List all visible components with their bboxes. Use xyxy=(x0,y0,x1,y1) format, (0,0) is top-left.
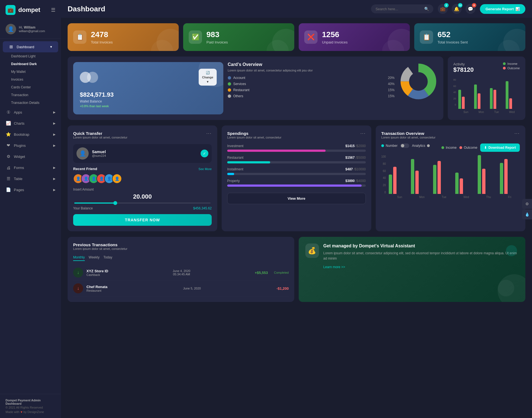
friend-avatars: 👤 👤 👤 👤 👤 👤 xyxy=(73,174,212,184)
tab-weekly[interactable]: Weekly xyxy=(89,255,99,261)
notification-badge: 12 xyxy=(458,3,462,7)
sidebar-user: 👤 Hi, William william@gmail.com xyxy=(0,20,61,39)
sub-item-invoices[interactable]: Invoices xyxy=(11,76,61,83)
sidebar-item-charts[interactable]: 📈 Charts ▶ xyxy=(0,118,61,129)
sub-item-dashboard-light[interactable]: Dashboard Light xyxy=(11,52,61,60)
dots-menu-icon[interactable]: ··· xyxy=(360,131,366,136)
briefcase-button[interactable]: 💼 2 xyxy=(438,4,448,14)
sub-item-transaction-details[interactable]: Transaction Details xyxy=(11,99,61,107)
balance-row: Your Balance $456,345.62 xyxy=(73,206,212,210)
wallet-label: Wallet Balance xyxy=(80,99,217,103)
transaction-overview-panel: Transaction Overview Lorem ipsum dolor s… xyxy=(376,125,525,231)
wallet-cards-row: 🔄 Change ▼ $824,571.93 Wallet Balance +0… xyxy=(73,62,438,114)
view-more-button[interactable]: View More xyxy=(227,193,366,204)
sub-item-dashboard-dark[interactable]: Dashboard Dark xyxy=(11,60,61,68)
legend-pct-account: 20% xyxy=(388,76,395,80)
search-box[interactable]: 🔍 xyxy=(371,4,433,13)
sub-item-cards-center[interactable]: Cards Center xyxy=(11,83,61,91)
briefcase-badge: 2 xyxy=(444,3,449,7)
sidebar-item-apps[interactable]: ① Apps ▶ xyxy=(0,107,61,118)
tab-monthly[interactable]: Monthly xyxy=(73,255,85,261)
tx-date-xyz: June 4, 2020 05:34:45 AM xyxy=(112,269,252,276)
spendings-title: Spendings xyxy=(227,131,282,136)
outcome-label: Outcome xyxy=(507,66,520,70)
tx-time-value: 05:34:45 AM xyxy=(112,273,252,276)
unpaid-invoices-label: Unpaid Invoices xyxy=(322,40,348,44)
installment-fill xyxy=(227,173,234,175)
logo-icon: 💼 xyxy=(6,5,16,15)
spending-investment: Investment $1415 /$2000 xyxy=(227,144,366,152)
sidebar-item-bootstrap[interactable]: ⭐ Bootstrap ▶ xyxy=(0,129,61,140)
sidebar-item-dashboard[interactable]: ⊞ Dashboard ▼ xyxy=(3,41,58,52)
tx-bar-fri-outcome xyxy=(504,159,508,194)
tx-header: Transaction Overview Lorem ipsum dolor s… xyxy=(381,131,520,142)
dashboard-icon: ⊞ xyxy=(8,44,14,50)
see-more-link[interactable]: See More xyxy=(198,167,212,171)
activity-title: Activity xyxy=(453,62,474,66)
sidebar-item-table[interactable]: ☰ Table ▶ xyxy=(0,173,61,184)
bar-mon-outcome xyxy=(478,93,480,109)
tx-dots-menu[interactable]: ··· xyxy=(515,131,520,136)
activity-bars-wrapper: Sun Mon Tue Wed xyxy=(458,78,520,114)
plugins-icon: ❤ xyxy=(6,143,11,148)
download-report-button[interactable]: ⬇ Download Report xyxy=(480,143,520,152)
theme-button[interactable]: 💧 xyxy=(522,209,532,219)
chevron-right-icon: ▶ xyxy=(53,133,55,136)
tx-bar-tue-outcome xyxy=(438,161,441,194)
sidebar-item-label: Pages xyxy=(14,188,24,192)
generate-report-button[interactable]: Generate Report 📊 xyxy=(480,4,525,14)
tx-chart-container: 100806040200 xyxy=(381,155,520,199)
cards-overview-wrapper: Card's Overview Lorem ipsum dolor sit am… xyxy=(228,62,438,114)
analytics-toggle[interactable] xyxy=(400,143,409,148)
donut-svg xyxy=(399,62,438,101)
sidebar-item-pages[interactable]: 📄 Pages ▶ xyxy=(0,184,61,195)
chevron-down-icon: ▼ xyxy=(50,45,53,48)
tx-date-value: June 4, 2020 xyxy=(112,269,252,273)
friend-avatar-6[interactable]: 👤 xyxy=(112,174,122,184)
outcome-legend-item: Outcome xyxy=(459,146,477,150)
spending-property-header: Property $3890 /$4000 xyxy=(227,179,366,183)
bar-group-tue xyxy=(490,88,504,109)
tx-y-axis: 100806040200 xyxy=(381,155,386,194)
sidebar-item-label: Charts xyxy=(14,121,24,125)
tx-controls: Number Analytics Income xyxy=(381,143,520,152)
message-badge: 8 xyxy=(472,3,476,7)
va-text: Get managed by Dompet's Virtual Assistan… xyxy=(323,243,519,269)
legend-pct-restaurant: 15% xyxy=(388,88,395,92)
transfer-handle: @sum224 xyxy=(92,154,106,157)
main-content: Dashboard 🔍 💼 2 🔔 12 💬 8 Generate Report… xyxy=(61,0,532,418)
va-learn-more-link[interactable]: Learn more >> xyxy=(323,265,519,269)
sub-item-my-wallet[interactable]: My Wallet xyxy=(11,68,61,76)
sidebar-item-label: Forms xyxy=(14,166,24,170)
stat-card-unpaid-invoices: ❌ 1256 Unpaid Invoices xyxy=(299,23,410,51)
spending-installment-label: Installment xyxy=(227,167,243,171)
amount-slider[interactable] xyxy=(74,202,211,204)
table-icon: ☰ xyxy=(6,176,11,181)
tab-today[interactable]: Today xyxy=(103,255,112,261)
total-invoices-icon: 📋 xyxy=(73,30,86,44)
sidebar-item-plugins[interactable]: ❤ Plugins ▶ xyxy=(0,140,61,151)
sub-item-transaction[interactable]: Transaction xyxy=(11,91,61,99)
message-button[interactable]: 💬 8 xyxy=(466,4,475,14)
outcome-legend-dot xyxy=(459,146,462,149)
sidebar-item-widget[interactable]: ⚙ Widget xyxy=(0,151,61,162)
y-axis-labels: 806040200 xyxy=(453,78,457,106)
table-row: ↓ XYZ Store ID Cashback June 4, 2020 05:… xyxy=(73,265,289,281)
settings-button[interactable]: ⚙ xyxy=(522,199,532,209)
transfer-now-button[interactable]: TRANSFER NOW xyxy=(73,214,212,226)
activity-chart-container: 806040200 xyxy=(453,78,520,114)
search-input[interactable] xyxy=(375,7,422,11)
paid-invoices-number: 983 xyxy=(206,30,228,39)
notification-button[interactable]: 🔔 12 xyxy=(452,4,462,14)
label-wed: Wed xyxy=(509,111,515,114)
sent-invoices-icon: 📋 xyxy=(420,30,433,44)
bar-group-sun xyxy=(458,90,472,109)
hamburger-icon[interactable]: ☰ xyxy=(51,7,55,13)
dots-menu-icon[interactable]: ··· xyxy=(206,131,212,136)
sidebar-item-forms[interactable]: 🖨 Forms ▶ xyxy=(0,162,61,173)
tx-name-chef: Chef Renata xyxy=(86,285,108,289)
balance-value: $456,345.62 xyxy=(193,206,212,210)
income-legend: Income xyxy=(503,62,520,65)
prev-tx-title-wrapper: Previous Transactions Lorem ipsum dolor … xyxy=(73,242,127,254)
spending-restaurant: Restaurant $1567 /$5000 xyxy=(227,156,366,163)
